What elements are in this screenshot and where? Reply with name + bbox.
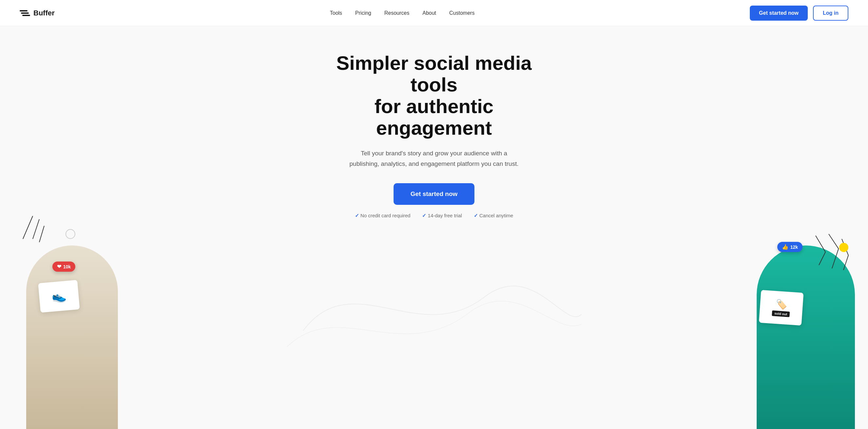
hero-section: ❤ 10k 👟 👍 12k 🏷️ sold out Simpler social… [0,26,868,429]
nav-about[interactable]: About [423,10,436,16]
nav-links: Tools Pricing Resources About Customers [330,10,474,16]
shoe-icon: 👟 [51,289,67,304]
nav-actions: Get started now Log in [750,6,848,21]
nav-pricing[interactable]: Pricing [355,10,371,16]
hero-subtitle: Tell your brand's story and grow your au… [349,148,519,169]
hero-trust-list: No credit card required 14-day free tria… [355,213,514,219]
trust-item-trial: 14-day free trial [422,213,462,219]
hero-title: Simpler social media tools for authentic… [319,52,549,139]
like-count: 10k [63,264,71,269]
brand-name: Buffer [33,9,55,18]
trust-item-no-cc: No credit card required [355,213,411,219]
nav-resources[interactable]: Resources [384,10,409,16]
like-notification-left: ❤ 10k [52,261,75,272]
heart-icon: ❤ [57,263,61,270]
person-left [26,246,118,429]
logo-icon [20,10,30,16]
logo[interactable]: Buffer [20,9,55,18]
tag-icon: 🏷️ [775,298,787,310]
svg-line-0 [23,216,33,239]
trust-item-cancel: Cancel anytime [474,213,514,219]
deco-circle [65,229,75,239]
person-right [757,246,855,429]
nav-tools[interactable]: Tools [330,10,342,16]
product-card-left: 👟 [38,280,80,313]
hero-cta-button[interactable]: Get started now [394,183,475,205]
yellow-blob-right [839,243,848,252]
deco-lines-left [20,213,46,246]
like-notification-right: 👍 12k [777,242,803,252]
svg-line-2 [39,226,44,242]
like-count-right: 12k [790,245,798,250]
sold-out-badge: sold out [772,310,790,317]
nav-customers[interactable]: Customers [449,10,474,16]
nav-login-button[interactable]: Log in [813,6,848,21]
product-card-right: 🏷️ sold out [759,290,804,326]
main-nav: Buffer Tools Pricing Resources About Cus… [0,0,868,26]
thumb-icon: 👍 [782,244,788,250]
deco-lines-right [812,232,851,272]
svg-line-1 [33,219,39,239]
background-swirl [287,232,582,364]
nav-get-started-button[interactable]: Get started now [750,6,808,21]
